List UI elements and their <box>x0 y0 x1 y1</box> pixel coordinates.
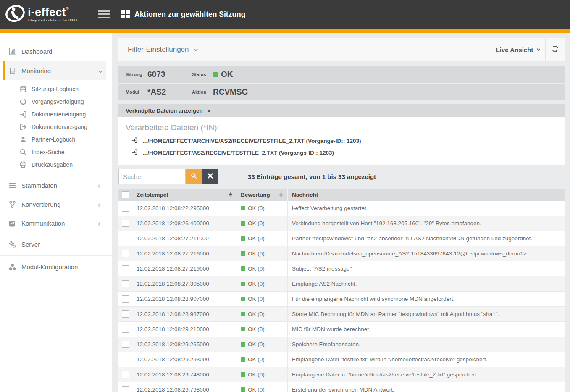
clear-search-button[interactable] <box>202 169 218 184</box>
session-row: Sitzung 6073 Status OK <box>118 66 565 83</box>
rating-cell: OK (0) <box>237 322 288 337</box>
live-view-dropdown[interactable]: Live Ansicht <box>490 38 546 61</box>
sidebar-subitem-label: Index-Suche <box>32 149 65 155</box>
row-checkbox[interactable] <box>122 280 129 287</box>
filter-settings-toggle[interactable]: Filter-Einstellungen <box>128 45 490 54</box>
sidebar-item-server[interactable]: Server <box>3 233 106 255</box>
status-ok-square <box>241 342 245 347</box>
table-row[interactable]: 12.02.2018 12:08:27.305000 OK (0) Empfan… <box>118 276 565 292</box>
sign-in-icon <box>131 137 139 145</box>
code-fork-icon <box>9 201 16 208</box>
ieffect-logo-swoosh-icon <box>5 3 25 26</box>
sidebar-item-modul-konfiguration[interactable]: Modul-Konfiguration <box>3 256 106 278</box>
sidebar-item-kommunikation[interactable]: Kommunikation <box>3 214 106 233</box>
table-row[interactable]: 12.02.2018 12:08:29.748000 OK (0) Empfan… <box>118 367 565 382</box>
session-label: Sitzung <box>126 72 147 77</box>
sidebar-subitem-druckausgaben[interactable]: Druckausgaben <box>0 158 112 171</box>
sidebar-subitem-sitzungs-logbuch[interactable]: Sitzungs-Logbuch <box>0 83 112 95</box>
table-body: 12.02.2018 12:08:22.295000 OK (0) i-effe… <box>118 201 565 392</box>
row-checkbox[interactable] <box>122 341 129 348</box>
row-checkbox[interactable] <box>122 386 129 392</box>
row-checkbox[interactable] <box>122 356 129 363</box>
table-row[interactable]: 12.02.2018 12:08:22.295000 OK (0) i-effe… <box>118 201 565 216</box>
table-row[interactable]: 12.02.2018 12:08:27.216000 OK (0) Nachri… <box>118 246 565 261</box>
table-row[interactable]: 12.02.2018 12:08:27.211000 OK (0) Partne… <box>118 231 565 246</box>
sidebar: Dashboard Monitoring Sitzungs-Logbuch Vo… <box>0 33 112 392</box>
linked-files-toggle[interactable]: Verknüpfte Dateien anzeigen <box>118 104 565 117</box>
sidebar-subitem-partner-logbuch[interactable]: Partner-Logbuch <box>0 133 112 146</box>
select-all-checkbox[interactable] <box>122 191 129 198</box>
row-checkbox[interactable] <box>122 220 129 227</box>
chevron-left-icon <box>98 222 102 226</box>
sidebar-item-label: Kommunikation <box>21 220 65 227</box>
message-cell: Partner "testpcwindows" und "as2-absende… <box>288 231 565 246</box>
status-ok-square <box>241 221 245 226</box>
module-row: Modul *AS2 Aktion RCVMSG <box>118 84 565 100</box>
timestamp-cell: 12.02.2018 12:08:29.293000 <box>132 352 237 367</box>
row-checkbox[interactable] <box>122 310 129 318</box>
row-checkbox[interactable] <box>122 371 129 378</box>
sort-icon <box>229 192 232 197</box>
select-all-cell <box>118 189 132 201</box>
table-row[interactable]: 12.02.2018 12:08:29.293000 OK (0) Empfan… <box>118 352 565 367</box>
table-row[interactable]: 12.02.2018 12:08:28.987000 OK (0) Starte… <box>118 307 565 322</box>
timestamp-cell: 12.02.2018 12:08:29.210000 <box>132 322 237 337</box>
table-row[interactable]: 12.02.2018 12:08:29.265000 OK (0) Speich… <box>118 337 565 352</box>
column-header-bewertung[interactable]: Bewertung <box>237 189 288 201</box>
live-view-label: Live Ansicht <box>496 46 533 53</box>
column-header-zeitstempel[interactable]: Zeitstempel <box>132 189 237 201</box>
file-path: .../HOME/IEFFECT/AS2/RECEIVE/TESTFILE_2.… <box>143 150 334 156</box>
row-checkbox[interactable] <box>122 326 129 333</box>
ieffect-logo[interactable]: i-effect® integrated solutions for IBM i <box>5 3 87 26</box>
status-ok-square <box>241 387 245 392</box>
row-checkbox[interactable] <box>122 235 129 242</box>
sidebar-item-label: Modul-Konfiguration <box>21 263 78 271</box>
row-checkbox[interactable] <box>122 265 129 272</box>
accent-bar <box>0 29 570 33</box>
message-cell: Empfangene Datei "testfile.txt" wird in … <box>288 352 565 367</box>
file-link[interactable]: .../HOME/IEFFECT/ARCHIVE/AS2/RECEIVE/TES… <box>131 136 558 146</box>
file-link[interactable]: .../HOME/IEFFECT/AS2/RECEIVE/TESTFILE_2.… <box>131 147 558 158</box>
table-row[interactable]: 12.02.2018 12:08:27.219000 OK (0) Subjec… <box>118 261 565 276</box>
sidebar-item-dashboard[interactable]: Dashboard <box>3 42 106 61</box>
sidebar-item-monitoring[interactable]: Monitoring <box>3 61 106 80</box>
chevron-down-icon <box>207 108 210 112</box>
hamburger-menu-icon[interactable] <box>98 8 110 21</box>
timestamp-cell: 12.02.2018 12:08:28.907000 <box>132 292 237 306</box>
sidebar-subitem-dokumenteneingang[interactable]: Dokumenteneingang <box>0 108 112 121</box>
sidebar-subitem-vorgangsverfolgung[interactable]: Vorgangsverfolgung <box>0 95 112 108</box>
timestamp-cell: 12.02.2018 12:08:27.219000 <box>132 261 237 276</box>
timestamp-cell: 12.02.2018 12:08:27.211000 <box>132 231 237 246</box>
status-ok-square <box>213 72 218 77</box>
circle-notch-icon <box>20 98 27 105</box>
rating-cell: OK (0) <box>237 382 288 392</box>
rating-cell: OK (0) <box>237 201 288 216</box>
sidebar-subitem-index-suche[interactable]: Index-Suche <box>0 146 112 158</box>
table-row[interactable]: 12.02.2018 12:08:29.798000 OK (0) Erstel… <box>118 382 565 392</box>
refresh-icon <box>552 45 559 54</box>
table-row[interactable]: 12.02.2018 12:08:28.907000 OK (0) Für di… <box>118 292 565 307</box>
row-checkbox[interactable] <box>122 250 129 257</box>
rating-cell: OK (0) <box>237 261 288 276</box>
rating-cell: OK (0) <box>237 367 288 382</box>
table-row[interactable]: 12.02.2018 12:08:26.400000 OK (0) Verbin… <box>118 216 565 231</box>
timestamp-cell: 12.02.2018 12:08:22.295000 <box>132 201 237 216</box>
row-checkbox[interactable] <box>122 205 129 212</box>
page-title: Aktionen zur gewählten Sitzung <box>134 10 245 19</box>
chevron-down-icon <box>537 47 540 50</box>
list-icon <box>9 182 16 189</box>
row-checkbox[interactable] <box>122 295 129 303</box>
timestamp-cell: 12.02.2018 12:08:29.748000 <box>132 367 237 382</box>
search-input[interactable] <box>118 169 186 184</box>
search-button[interactable] <box>186 169 202 184</box>
message-cell: Erstellung der synchronen MDN Antwort. <box>288 382 565 392</box>
refresh-button[interactable] <box>546 38 565 61</box>
table-row[interactable]: 12.02.2018 12:08:29.210000 OK (0) MIC fü… <box>118 322 565 337</box>
column-header-nachricht[interactable]: Nachricht <box>288 189 565 201</box>
share-square-icon <box>9 220 16 227</box>
status-ok-square <box>241 251 245 256</box>
sidebar-subitem-dokumentenausgang[interactable]: Dokumentenausgang <box>0 121 112 133</box>
sidebar-item-stammdaten[interactable]: Stammdaten <box>3 176 106 195</box>
message-cell: Für die empfangene Nachricht wird synchr… <box>288 292 565 306</box>
sidebar-item-konvertierung[interactable]: Konvertierung <box>3 195 106 214</box>
